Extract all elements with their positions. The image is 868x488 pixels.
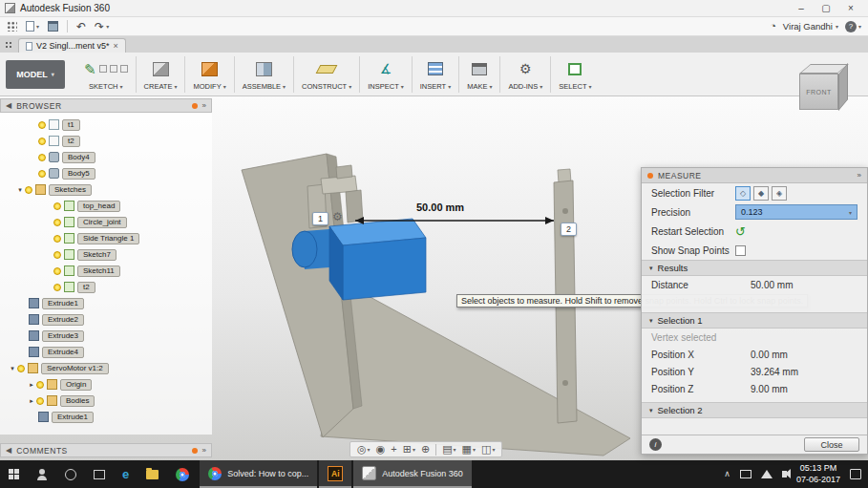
task-view-button[interactable] [85, 460, 114, 488]
tree-collapsed-icon[interactable]: ▸ [27, 397, 36, 405]
viewports-button[interactable]: ◫▾ [481, 444, 495, 455]
browser-item[interactable]: ▸Origin [0, 376, 212, 393]
browser-item[interactable]: Side Triangle 1 [0, 230, 212, 246]
grid-settings-button[interactable]: ▦▾ [462, 444, 476, 455]
action-center-icon[interactable] [850, 469, 861, 479]
filter-face-icon[interactable]: ◈ [772, 186, 787, 201]
browser-item[interactable]: ▾ServoMotor v1:2 [0, 360, 212, 376]
ribbon-group-insert[interactable]: INSERT▾ [413, 53, 458, 95]
measure-point-2-badge[interactable]: 2 [561, 223, 577, 236]
filter-edge-icon[interactable]: ◆ [753, 186, 769, 201]
arc-icon[interactable] [120, 65, 128, 73]
browser-item[interactable]: Extrude2 [0, 311, 212, 328]
servo-cylinder[interactable] [292, 231, 317, 267]
visibility-bulb-icon[interactable] [38, 138, 46, 145]
browser-item[interactable]: t2 [0, 133, 212, 149]
data-panel-grid-icon[interactable] [5, 41, 13, 50]
undo-button[interactable]: ↶ [76, 21, 86, 32]
document-tab[interactable]: V2 Singl...ment v5* × [18, 38, 126, 53]
pan-button[interactable]: + [391, 444, 396, 455]
visibility-bulb-icon[interactable] [38, 170, 46, 178]
snap-points-checkbox[interactable] [735, 245, 746, 256]
browser-item[interactable]: t2 [0, 279, 212, 295]
display-settings-button[interactable]: ▤▾ [442, 444, 455, 455]
info-icon[interactable]: i [649, 438, 662, 451]
precision-dropdown[interactable]: 0.123 ▾ [735, 204, 857, 220]
visibility-bulb-icon[interactable] [17, 365, 25, 372]
view-cube-front-face[interactable]: FRONT [799, 74, 838, 110]
file-menu-button[interactable]: ▾ [26, 21, 39, 32]
panel-more-icon[interactable]: » [202, 446, 206, 455]
browser-item[interactable]: t1 [0, 117, 212, 133]
cortana-button[interactable] [56, 460, 85, 488]
zoom-button[interactable]: ⊕ [421, 444, 430, 455]
measure-dialog-header[interactable]: MEASURE » [642, 168, 867, 183]
ribbon-group-make[interactable]: MAKE▾ [459, 53, 499, 95]
visibility-bulb-icon[interactable] [53, 235, 61, 243]
bracket-block[interactable] [346, 190, 363, 223]
save-button[interactable] [48, 21, 58, 32]
visibility-bulb-icon[interactable] [53, 251, 61, 259]
circle-icon[interactable] [110, 65, 117, 73]
maximize-button[interactable]: ▢ [814, 3, 838, 13]
visibility-bulb-icon[interactable] [53, 267, 61, 275]
collapse-panel-icon[interactable]: ◀ [6, 446, 11, 455]
browser-item[interactable]: Circle_joint [0, 214, 212, 230]
bracket-block[interactable] [336, 165, 352, 179]
ribbon-group-inspect[interactable]: ∡ INSPECT▾ [360, 53, 412, 95]
servo-body-front[interactable] [343, 238, 426, 300]
base-plate-body[interactable] [321, 283, 630, 456]
tree-expand-icon[interactable]: ▾ [15, 186, 25, 194]
close-measure-button[interactable]: Close [804, 437, 859, 452]
visibility-bulb-icon[interactable] [38, 154, 46, 161]
start-button[interactable] [0, 460, 28, 488]
browser-header[interactable]: ◀ BROWSER » [0, 98, 212, 113]
filter-vertex-icon[interactable]: ◇ [735, 186, 751, 201]
notifications-clock-icon[interactable]: ◔ [770, 21, 776, 32]
panel-more-icon[interactable]: » [202, 101, 206, 110]
dimension-gear-icon[interactable]: ⚙ [332, 210, 343, 223]
illustrator-window-button[interactable]: Ai [319, 460, 351, 488]
apps-grid-icon[interactable] [7, 21, 17, 32]
browser-item[interactable]: Extrude1 [0, 409, 212, 425]
browser-item[interactable]: Extrude4 [0, 344, 212, 360]
tree-expand-icon[interactable]: ▾ [8, 365, 17, 372]
minimize-button[interactable]: – [789, 3, 814, 13]
show-hidden-icons[interactable]: ∧ [724, 470, 730, 478]
browser-item[interactable]: Sketch11 [0, 263, 212, 279]
restart-selection-icon[interactable]: ↺ [735, 225, 746, 238]
edge-pinned-button[interactable]: e [114, 460, 138, 488]
tree-collapsed-icon[interactable]: ▸ [27, 381, 36, 389]
visibility-bulb-icon[interactable] [53, 202, 61, 210]
comments-header[interactable]: ◀ COMMENTS » [0, 443, 212, 457]
view-cube[interactable]: FRONT [792, 59, 853, 120]
redo-button[interactable]: ↷ ▾ [95, 21, 109, 32]
ribbon-group-assemble[interactable]: ASSEMBLE▾ [235, 53, 293, 95]
volume-icon[interactable] [782, 471, 787, 477]
look-at-button[interactable]: ◉ [376, 444, 386, 455]
browser-item[interactable]: ▾Sketches [0, 181, 212, 198]
chrome-pinned-button[interactable] [167, 460, 198, 488]
browser-item[interactable]: ▸Bodies [0, 393, 212, 409]
wifi-icon[interactable] [761, 470, 773, 478]
visibility-bulb-icon[interactable] [36, 381, 44, 389]
ribbon-group-create[interactable]: CREATE▾ [137, 53, 185, 95]
3d-viewport[interactable]: 50.00 mm 1 ⚙ 2 Select objects to measure… [0, 96, 868, 460]
browser-item[interactable]: top_head [0, 198, 212, 214]
collapse-panel-icon[interactable]: ◀ [6, 101, 11, 110]
people-button[interactable] [28, 460, 56, 488]
network-icon[interactable] [740, 470, 752, 478]
measure-point-1-badge[interactable]: 1 [312, 212, 328, 225]
chrome-window-button[interactable]: Solved: How to cop... [200, 460, 317, 488]
file-explorer-button[interactable] [138, 460, 167, 488]
visibility-bulb-icon[interactable] [53, 284, 61, 291]
help-menu[interactable]: ? ▾ [845, 21, 861, 32]
ribbon-group-sketch[interactable]: ✎ SKETCH▾ [76, 53, 136, 95]
close-button[interactable]: × [838, 3, 863, 13]
tab-close-icon[interactable]: × [114, 41, 118, 51]
visibility-bulb-icon[interactable] [53, 219, 61, 226]
visibility-bulb-icon[interactable] [25, 186, 32, 194]
browser-item[interactable]: Body5 [0, 165, 212, 181]
ribbon-group-addins[interactable]: ⚙ ADD-INS▾ [500, 53, 550, 95]
selection1-section-header[interactable]: ▾ Selection 1 [642, 312, 867, 329]
